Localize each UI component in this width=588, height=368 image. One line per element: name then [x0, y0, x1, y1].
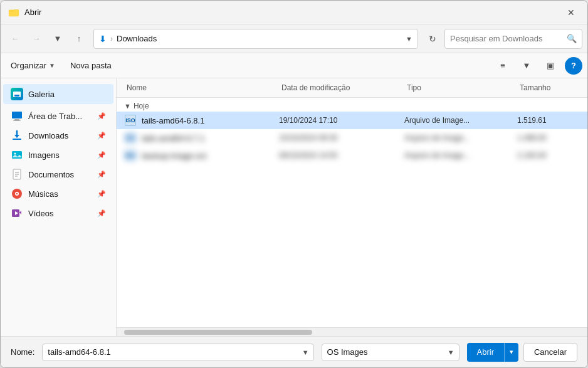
back-icon: ←	[11, 34, 19, 43]
actionbar: Organizar ▼ Nova pasta ≡ ▼ ▣ ?	[1, 53, 587, 78]
address-download-icon: ⬇	[99, 34, 107, 44]
open-button[interactable]: Abrir	[467, 343, 504, 362]
file-type-2: Arquivo de Image...	[404, 134, 517, 142]
organize-button[interactable]: Organizar ▼	[6, 58, 60, 73]
filetype-select[interactable]: OS Images Todos os arquivos	[322, 344, 459, 361]
up-button[interactable]: ↑	[70, 29, 88, 48]
dropdown-button[interactable]: ▼	[48, 29, 67, 48]
open-arrow-icon: ▾	[510, 348, 513, 356]
refresh-button[interactable]: ↻	[423, 29, 442, 48]
iso-icon-2: ISO	[125, 132, 136, 144]
address-chevron-icon[interactable]: ▼	[406, 35, 412, 43]
refresh-icon: ↻	[429, 34, 436, 44]
titlebar-title: Abrir	[24, 8, 41, 17]
sidebar-item-documentos[interactable]: Documentos 📌	[3, 165, 113, 184]
view-chevron-button[interactable]: ▼	[517, 57, 536, 75]
organize-chevron-icon: ▼	[49, 62, 55, 69]
videos-icon	[11, 207, 23, 219]
horizontal-scrollbar[interactable]	[117, 327, 587, 336]
sidebar-item-area-de-trabalho[interactable]: Área de Trab... 📌	[3, 107, 113, 125]
footer-buttons: Abrir ▾ Cancelar	[467, 343, 577, 362]
sidebar: Galeria Área de Trab... 📌 Downloads 📌	[1, 78, 117, 336]
iso-icon-3: IMG	[125, 150, 136, 161]
table-row[interactable]: ISO tails-amd64-6.7.1 10/10/2024 09:30 A…	[117, 129, 587, 147]
file-name-cell-3: IMG backup-image-oct	[124, 149, 279, 162]
file-date-3: 08/10/2024 14:55	[279, 151, 404, 160]
nova-pasta-label: Nova pasta	[70, 61, 112, 70]
file-size: 1.519.61	[517, 116, 580, 125]
filename-label: Nome:	[11, 347, 34, 357]
svg-rect-4	[13, 139, 21, 140]
file-date-2: 10/10/2024 09:30	[279, 134, 404, 142]
sidebar-item-musicas[interactable]: Músicas 📌	[3, 184, 113, 203]
file-name-cell: ISO tails-amd64-6.8.1	[124, 114, 279, 127]
file-name: tails-amd64-6.8.1	[142, 116, 204, 125]
folder-icon	[8, 7, 19, 18]
filename-input[interactable]	[42, 344, 313, 361]
svg-marker-19	[19, 211, 21, 214]
sidebar-item-videos[interactable]: Vídeos 📌	[3, 204, 113, 223]
file-size-3: 2.100.00	[517, 151, 580, 160]
sidebar-documentos-label: Documentos	[28, 170, 92, 179]
col-tamanho[interactable]: Tamanho	[517, 81, 580, 95]
svg-marker-7	[14, 135, 19, 138]
back-button[interactable]: ←	[6, 29, 24, 48]
cancel-button[interactable]: Cancelar	[523, 343, 577, 362]
sidebar-downloads-pin-icon: 📌	[97, 132, 106, 140]
sidebar-item-galeria[interactable]: Galeria	[3, 84, 113, 104]
file-type-3: Arquivo de Image...	[404, 151, 517, 160]
search-box: 🔍	[444, 29, 582, 49]
file-name-cell-2: ISO tails-amd64-6.7.1	[124, 132, 279, 144]
table-row[interactable]: IMG backup-image-oct 08/10/2024 14:55 Ar…	[117, 147, 587, 164]
search-input[interactable]	[450, 34, 563, 43]
svg-point-17	[16, 193, 18, 194]
open-arrow-button[interactable]: ▾	[504, 343, 518, 362]
forward-button[interactable]: →	[27, 29, 46, 48]
footer: Nome: ▼ OS Images Todos os arquivos ▼ Ab…	[1, 336, 587, 367]
help-button[interactable]: ?	[565, 57, 582, 75]
scrollbar-thumb[interactable]	[124, 330, 312, 335]
svg-point-9	[14, 153, 16, 155]
up-icon: ↑	[77, 34, 81, 43]
search-icon: 🔍	[567, 34, 577, 43]
address-path: Downloads	[117, 34, 402, 43]
navbar: ← → ▼ ↑ ⬇ › Downloads ▼ ↻ 🔍	[1, 24, 587, 53]
file-area: Nome Data de modificação Tipo Tamanho ▼ …	[117, 78, 587, 336]
sidebar-imagens-pin-icon: 📌	[97, 151, 106, 159]
svg-rect-2	[14, 119, 19, 120]
dropdown-icon: ▼	[54, 34, 62, 43]
file-name-2: tails-amd64-6.7.1	[142, 134, 204, 143]
iso-icon: ISO	[125, 115, 136, 126]
help-icon: ?	[571, 61, 576, 70]
address-bar[interactable]: ⬇ › Downloads ▼	[93, 29, 418, 49]
filename-wrapper: ▼	[42, 344, 313, 361]
col-nome[interactable]: Nome	[124, 81, 279, 95]
sidebar-area-label: Área de Trab...	[28, 112, 92, 121]
sidebar-item-imagens[interactable]: Imagens 📌	[3, 145, 113, 164]
svg-rect-1	[12, 112, 22, 118]
filetype-wrapper: OS Images Todos os arquivos ▼	[322, 344, 459, 361]
titlebar-left: Abrir	[8, 7, 41, 18]
group-hoje: ▼ Hoje	[117, 98, 587, 112]
svg-rect-8	[12, 151, 22, 159]
layout-button[interactable]: ▣	[541, 57, 560, 75]
sidebar-imagens-label: Imagens	[28, 150, 92, 160]
close-button[interactable]: ✕	[562, 4, 580, 21]
open-file-dialog: Abrir ✕ ← → ▼ ↑ ⬇ › Downloads ▼ ↻ 🔍	[0, 0, 588, 368]
sidebar-item-downloads[interactable]: Downloads 📌	[3, 126, 113, 145]
col-data[interactable]: Data de modificação	[279, 81, 404, 95]
address-separator: ›	[110, 34, 113, 43]
file-size-2: 1.498.00	[517, 134, 580, 142]
view-options-button[interactable]: ≡	[493, 57, 512, 75]
layout-icon: ▣	[547, 61, 554, 70]
content-area: Galeria Área de Trab... 📌 Downloads 📌	[1, 78, 587, 336]
col-tipo[interactable]: Tipo	[404, 81, 517, 95]
sidebar-videos-label: Vídeos	[28, 209, 92, 218]
table-row[interactable]: ISO tails-amd64-6.8.1 19/10/2024 17:10 A…	[117, 112, 587, 129]
file-icon-2: ISO	[124, 132, 137, 144]
file-table-header: Nome Data de modificação Tipo Tamanho	[117, 78, 587, 98]
view-chevron-icon: ▼	[523, 61, 531, 70]
sidebar-videos-pin-icon: 📌	[97, 209, 106, 218]
images-icon	[11, 149, 23, 161]
nova-pasta-button[interactable]: Nova pasta	[65, 58, 117, 73]
